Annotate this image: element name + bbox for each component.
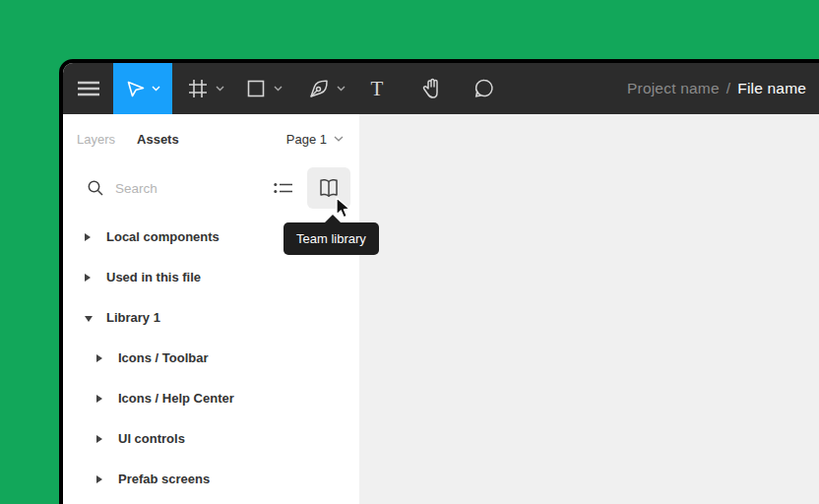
tree-item-label: Icons / Toolbar <box>118 350 209 365</box>
chevron-collapsed-icon[interactable] <box>85 274 91 282</box>
hand-icon <box>420 77 444 100</box>
tree-item-label: Icons / Help Center <box>118 391 234 406</box>
breadcrumb-separator: / <box>726 80 731 97</box>
search-row <box>63 163 359 213</box>
shape-tool-button[interactable] <box>243 63 283 114</box>
svg-text:T: T <box>371 77 384 100</box>
chevron-collapsed-icon[interactable] <box>85 233 91 241</box>
list-view-icon <box>274 180 293 196</box>
search-input[interactable] <box>115 181 268 196</box>
search-icon <box>87 179 104 197</box>
toolbar: T Project name / File name <box>63 63 819 114</box>
tree-item-used-in-this-file[interactable]: Used in this file <box>63 257 359 297</box>
breadcrumb-file-name[interactable]: File name <box>737 80 806 97</box>
chevron-down-icon <box>337 86 346 92</box>
text-icon: T <box>365 77 389 100</box>
text-tool-button[interactable]: T <box>365 63 389 114</box>
tree-item-label: Prefab screens <box>118 472 210 486</box>
chevron-expanded-icon[interactable] <box>85 316 93 322</box>
list-view-button[interactable] <box>268 172 299 204</box>
move-tool-button[interactable] <box>113 63 172 114</box>
mouse-cursor-icon <box>335 197 354 220</box>
rectangle-icon <box>244 77 268 100</box>
pen-icon <box>307 77 331 100</box>
chevron-down-icon <box>152 86 160 92</box>
tree-item-icons-help-center[interactable]: Icons / Help Center <box>63 378 359 418</box>
comment-tool-button[interactable] <box>472 63 496 114</box>
frame-tool-button[interactable] <box>185 63 224 114</box>
pen-tool-button[interactable] <box>306 63 346 114</box>
breadcrumb: Project name / File name <box>627 63 806 114</box>
hamburger-menu-icon <box>77 79 100 98</box>
chevron-down-icon <box>334 136 344 142</box>
chevron-down-icon <box>274 86 283 92</box>
figma-app: { "colors": { "background_green": "#12A7… <box>0 0 819 504</box>
team-library-tooltip: Team library <box>284 222 379 255</box>
figma-window: T Project name / File name <box>59 59 819 504</box>
tab-layers[interactable]: Layers <box>77 132 115 147</box>
chevron-collapsed-icon[interactable] <box>96 395 102 403</box>
frame-grid-icon <box>186 77 210 100</box>
tree-item-label: Library 1 <box>106 310 160 325</box>
tree-item-label: Local components <box>106 229 220 244</box>
hand-tool-button[interactable] <box>420 63 444 114</box>
page-selector[interactable]: Page 1 <box>286 132 344 147</box>
design-canvas[interactable] <box>359 114 819 504</box>
chevron-collapsed-icon[interactable] <box>96 354 102 362</box>
move-cursor-icon <box>125 78 147 99</box>
left-sidebar: Layers Assets Page 1 <box>63 114 359 504</box>
main-menu-button[interactable] <box>63 63 113 114</box>
sidebar-tabs-row: Layers Assets Page 1 <box>63 114 359 163</box>
tree-item-ui-controls[interactable]: UI controls <box>63 418 359 459</box>
tree-item-library-1[interactable]: Library 1 <box>63 297 359 338</box>
tree-item-label: Used in this file <box>106 270 201 284</box>
chevron-collapsed-icon[interactable] <box>96 475 102 483</box>
team-library-book-icon <box>317 177 341 199</box>
breadcrumb-project-name[interactable]: Project name <box>627 80 720 97</box>
page-selector-label: Page 1 <box>286 132 327 147</box>
comment-bubble-icon <box>472 77 496 100</box>
chevron-collapsed-icon[interactable] <box>96 435 102 443</box>
tree-item-icons-toolbar[interactable]: Icons / Toolbar <box>63 338 359 378</box>
assets-tree: Local componentsUsed in this fileLibrary… <box>63 217 359 499</box>
tree-item-prefab-screens[interactable]: Prefab screens <box>63 459 359 499</box>
app-body: Layers Assets Page 1 <box>63 114 819 504</box>
tree-item-label: UI controls <box>118 431 185 446</box>
chevron-down-icon <box>216 86 224 92</box>
tab-assets[interactable]: Assets <box>137 132 179 147</box>
